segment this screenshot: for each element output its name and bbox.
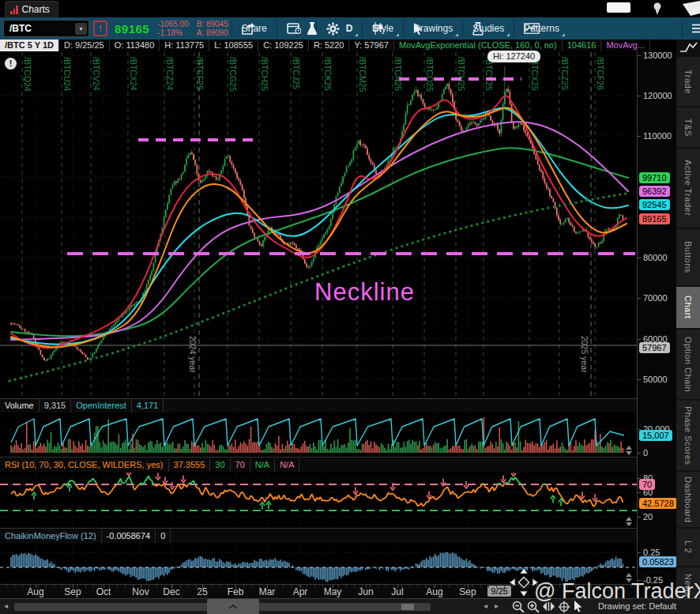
study-header-chip: 0 xyxy=(156,529,171,543)
share-button[interactable]: Share xyxy=(235,19,273,38)
chart-header-segment[interactable]: Y: 57967 xyxy=(349,40,393,51)
corner-icon[interactable] xyxy=(678,0,700,17)
symbol-dropdown-icon[interactable]: ▼ xyxy=(75,23,87,35)
month-tick xyxy=(468,585,469,588)
minor-tick xyxy=(117,585,118,588)
contract-label: /BTCJ25 xyxy=(292,57,301,89)
price-tick: 110000 xyxy=(643,131,672,141)
volume-bubble: 15,007 xyxy=(639,430,672,441)
warning-icon[interactable]: ! xyxy=(5,58,17,70)
symbol-alert-icon[interactable]: ! xyxy=(93,21,107,36)
minor-tick xyxy=(504,585,505,588)
last-price: 89165 xyxy=(115,22,149,36)
calendar-alert-button[interactable] xyxy=(280,19,293,38)
sidebar-tab-phase-scores[interactable]: Phase Scores xyxy=(676,401,700,470)
move-tool-icon[interactable] xyxy=(509,567,539,597)
main-chart[interactable]: /BTCQ24/BTCU24/BTCV24/BTCX24/BTCZ24/BTCF… xyxy=(0,51,637,398)
panel-collapse-icon[interactable] xyxy=(626,573,632,577)
study-header-chip[interactable]: ChaikinMoneyFlow (12) xyxy=(0,529,102,543)
panel-expand-icon[interactable] xyxy=(626,522,632,526)
price-axis[interactable]: 1300001200001100008000070000600005000099… xyxy=(637,51,677,598)
month-tick xyxy=(141,585,141,588)
chart-header-segment[interactable]: O: 113480 xyxy=(110,40,160,51)
panel-collapse-icon[interactable] xyxy=(626,446,632,450)
chart-header-segment[interactable]: H: 113775 xyxy=(160,40,209,51)
sidebar-tab-dashboard[interactable]: Dashboard xyxy=(676,472,700,527)
chart-header-segment[interactable]: R: 5220 xyxy=(309,40,350,51)
contract-label: /BTCV24 xyxy=(92,57,101,91)
tab-charts[interactable]: Charts xyxy=(5,1,58,18)
chart-curve-icon[interactable] xyxy=(676,40,700,55)
sidebar-tab-active-trader[interactable]: Active Trader xyxy=(676,149,700,228)
timeframe-button[interactable]: D xyxy=(340,19,359,38)
calendar-alert-icon xyxy=(287,22,301,35)
contract-label: /BTCH25 xyxy=(260,57,269,91)
month-tick xyxy=(235,585,236,588)
sidebar-tab-trade[interactable]: Trade xyxy=(676,57,700,106)
patterns-button[interactable]: Patterns xyxy=(517,19,566,38)
month-tick xyxy=(435,585,435,588)
chart-header-segment[interactable]: D: 9/25/25 xyxy=(59,40,110,51)
scrollbar-thumb[interactable] xyxy=(401,604,414,610)
settings-button[interactable] xyxy=(320,19,333,38)
study-header-chip[interactable]: RSI (10, 70, 30, CLOSE, WILDERS, yes) xyxy=(0,458,169,472)
panel-divider[interactable] xyxy=(0,398,676,399)
panel-expander-button[interactable] xyxy=(207,599,259,614)
scroll-left-icon[interactable]: ◂ xyxy=(4,601,8,610)
sidebar-tab-option-chain[interactable]: Option Chain xyxy=(676,330,700,399)
chaikin-study-header: ChaikinMoneyFlow (12)-0.00586740 xyxy=(0,529,637,543)
minor-tick xyxy=(480,585,481,588)
study-header-chip[interactable]: Volume xyxy=(0,399,40,412)
style-button[interactable]: Style xyxy=(366,19,400,38)
panel-divider[interactable] xyxy=(0,528,676,529)
panel-expand-icon[interactable] xyxy=(626,451,632,455)
pin-icon[interactable] xyxy=(651,2,664,16)
rsi-study-header: RSI (10, 70, 30, CLOSE, WILDERS, yes)37.… xyxy=(0,458,637,472)
time-axis-label: Feb xyxy=(228,586,244,597)
alerts-flask-button[interactable] xyxy=(300,19,313,38)
month-tick xyxy=(300,585,301,588)
chart-header-segment[interactable]: L: 108555 xyxy=(209,40,258,51)
price-tick: 130000 xyxy=(643,51,672,60)
chart-header-segment[interactable]: C: 109225 xyxy=(258,40,309,51)
trading-app-window: Charts /BTC ▼ ! 89165 -1065.00 -1.18% B:… xyxy=(0,0,700,614)
rsi-chart[interactable] xyxy=(0,473,637,528)
ema-orange xyxy=(11,107,627,347)
minor-tick xyxy=(283,585,284,588)
price-tick: 70000 xyxy=(643,293,668,303)
sidebar-tab-buttons[interactable]: Buttons xyxy=(676,229,700,285)
timeframe-label: D xyxy=(346,23,353,34)
chart-header-segment[interactable]: MovAvg... xyxy=(601,40,650,51)
sidebar-tab-l-2[interactable]: L 2 xyxy=(676,529,700,566)
studies-flask-icon xyxy=(472,22,484,36)
menu-button[interactable] xyxy=(686,19,698,38)
chaikin-chart[interactable] xyxy=(0,544,637,584)
rsi-bubble: 42.5728 xyxy=(639,498,677,509)
zoom-out-icon[interactable] xyxy=(512,601,525,613)
charts-icon xyxy=(10,6,18,14)
pan-left-icon[interactable]: ◂ xyxy=(484,601,487,610)
study-header-chip: OpenInterest xyxy=(71,399,132,412)
price-tick-mark xyxy=(638,517,641,518)
panel-collapse-icon[interactable] xyxy=(626,517,632,521)
chart-header-segment[interactable]: MovAvgExponential (CLOSE, 160, 0, no) xyxy=(394,40,563,51)
price-tick-mark xyxy=(638,258,641,258)
drawings-button[interactable]: Drawings xyxy=(407,19,459,38)
contract-label: /BTCM25 xyxy=(358,57,367,92)
sidebar-tab-t-s[interactable]: T&S xyxy=(676,107,700,147)
neckline-annotation[interactable]: Neckline xyxy=(314,278,415,307)
sidebar-tab-chart[interactable]: Chart xyxy=(676,287,700,328)
chart-header-segment[interactable]: 104616 xyxy=(563,40,602,51)
contract-label: /BTCZ25 xyxy=(560,57,570,90)
symbol-input[interactable]: /BTC ▼ xyxy=(3,20,89,37)
minor-tick xyxy=(457,585,457,588)
volume-chart[interactable] xyxy=(0,413,637,457)
studies-button[interactable]: Studies xyxy=(466,19,510,38)
chart-header-segment[interactable]: /BTC 5 Y 1D xyxy=(0,40,59,51)
pan-right-icon[interactable]: ▸ xyxy=(495,601,499,610)
month-tick xyxy=(333,585,333,588)
panel-divider[interactable] xyxy=(0,457,676,458)
high-value-label: Hi: 127240 xyxy=(487,51,540,62)
bid-value: B: 89045 xyxy=(197,20,228,28)
time-axis-label: May xyxy=(324,586,342,597)
